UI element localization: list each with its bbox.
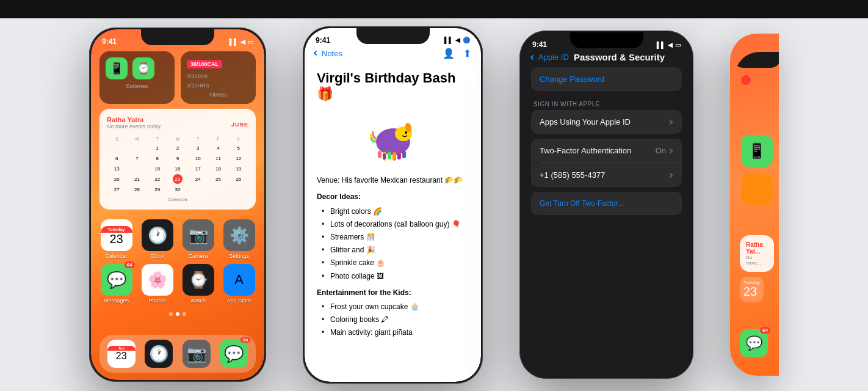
app-icon-settings[interactable]: ⚙️ Settings xyxy=(222,219,256,259)
dock-messages[interactable]: 💬 64 xyxy=(217,340,251,368)
svg-rect-6 xyxy=(402,151,406,158)
wifi-icon: ◀ xyxy=(241,38,245,45)
battery-icon3: ▭ xyxy=(675,42,681,48)
time-phone2: 9:41 xyxy=(316,36,330,45)
dock-clock[interactable]: 🕐 xyxy=(142,340,176,368)
batteries-widget: 📱 ⌚ Batteries xyxy=(99,51,175,104)
dock-camera[interactable]: 📷 xyxy=(179,340,214,368)
dock: Tue 23 🕐 📷 💬 64 xyxy=(99,335,256,373)
sign-in-section-label: SIGN IN WITH APPLE xyxy=(531,96,682,110)
fitness-widget: 38/100CAL 0/30MIN 3/12HRS Fitness xyxy=(181,51,256,104)
phone-3: 9:41 ▌▌ ◀ ▭ Apple ID Password & Security xyxy=(519,31,693,379)
app-icon-calendar[interactable]: Tuesday 23 Calendar xyxy=(99,219,133,259)
battery-icon2: 🔵 xyxy=(463,37,470,43)
app-icon-watch[interactable]: ⌚ Watch xyxy=(181,264,215,304)
svg-rect-11 xyxy=(397,153,400,159)
notes-title: Virgil's Birthday Bash 🎁 xyxy=(317,70,469,103)
dock-calendar[interactable]: Tue 23 xyxy=(104,340,139,368)
app-icon-camera[interactable]: 📷 Camera xyxy=(181,219,215,259)
phone-2: 9:41 ▌▌ ◀ 🔵 Notes 👤 ⬆ xyxy=(303,26,483,384)
notes-export-icon[interactable]: ⬆ xyxy=(463,48,471,59)
phone-number-row[interactable]: +1 (585) 555-4377 xyxy=(531,163,682,187)
wifi-icon2: ◀ xyxy=(455,37,460,43)
time-phone3: 9:41 xyxy=(532,40,547,49)
get-turn-off-link[interactable]: Get Turn Off Two-Factor... xyxy=(531,192,682,215)
page-dots xyxy=(91,312,264,316)
notes-back-button[interactable]: Notes xyxy=(314,49,342,58)
calendar-widget[interactable]: Ratha Yatra No more events today JUNE SM… xyxy=(99,109,256,210)
notes-content: Virgil's Birthday Bash 🎁 xyxy=(305,64,481,363)
notes-share-icon[interactable]: 👤 xyxy=(443,48,455,59)
apps-using-apple-id-row[interactable]: Apps Using Your Apple ID xyxy=(531,110,682,134)
phone-4-partial: 9:41 📱 Ratha Yat... No more... Tuesday 2… xyxy=(730,34,779,376)
battery-icon-status: ▭ xyxy=(248,38,253,45)
svg-point-8 xyxy=(405,131,407,134)
settings-content: Change Password SIGN IN WITH APPLE Apps … xyxy=(521,67,692,215)
app-icon-messages[interactable]: 💬 64 Messages xyxy=(99,264,133,304)
app-icon-clock[interactable]: 🕐 Clock xyxy=(140,219,174,259)
svg-rect-1 xyxy=(378,151,382,158)
settings-page-title: Password & Security xyxy=(574,52,665,62)
app-icon-photos[interactable]: 🌸 Photos xyxy=(140,264,174,304)
settings-back-button[interactable]: Apple ID xyxy=(531,53,569,62)
time-phone1: 9:41 xyxy=(102,37,117,46)
signal-icon3: ▌▌ xyxy=(657,42,665,48)
notes-nav: Notes 👤 ⬆ xyxy=(305,45,481,64)
pinata-image xyxy=(317,108,469,169)
wifi-icon3: ◀ xyxy=(668,42,673,48)
signal-icon: ▌▌ xyxy=(230,38,238,45)
top-bar xyxy=(0,0,868,18)
phones-container: 9:41 ▌▌ ◀ ▭ 📱 ⌚ Batteries xyxy=(89,26,779,384)
svg-rect-4 xyxy=(392,152,396,161)
app-icon-appstore[interactable]: A App Store xyxy=(222,264,256,304)
svg-rect-10 xyxy=(383,153,386,159)
signal-icon2: ▌▌ xyxy=(444,37,453,43)
two-factor-row[interactable]: Two-Factor Authentication On xyxy=(531,139,682,163)
svg-rect-3 xyxy=(388,152,391,159)
notes-body: Venue: His favorite Mexican restaurant 🌮… xyxy=(317,175,469,338)
settings-nav: Apple ID Password & Security xyxy=(521,49,692,67)
phone-1: 9:41 ▌▌ ◀ ▭ 📱 ⌚ Batteries xyxy=(89,27,266,382)
change-password-link[interactable]: Change Password xyxy=(531,67,682,91)
